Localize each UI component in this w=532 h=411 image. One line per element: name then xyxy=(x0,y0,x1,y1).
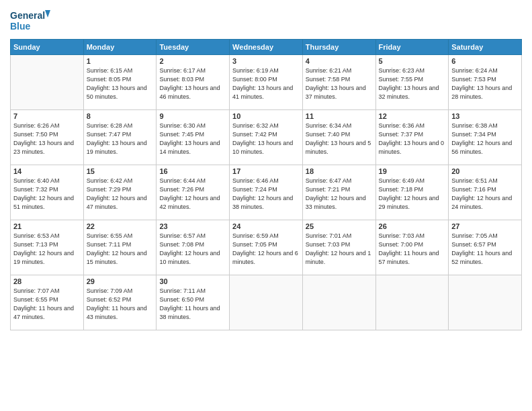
svg-text:General: General xyxy=(10,10,45,21)
day-detail: Sunrise: 6:15 AMSunset: 8:05 PMDaylight:… xyxy=(87,66,154,101)
calendar-cell: 21Sunrise: 6:53 AMSunset: 7:13 PMDayligh… xyxy=(11,220,84,275)
day-detail: Sunrise: 6:26 AMSunset: 7:50 PMDaylight:… xyxy=(13,122,81,156)
calendar-cell xyxy=(302,275,375,330)
calendar-cell: 18Sunrise: 6:47 AMSunset: 7:21 PMDayligh… xyxy=(302,165,375,220)
day-detail: Sunrise: 6:51 AMSunset: 7:16 PMDaylight:… xyxy=(451,177,519,212)
weekday-saturday: Saturday xyxy=(449,40,522,55)
day-number: 2 xyxy=(159,57,226,65)
calendar-cell: 15Sunrise: 6:42 AMSunset: 7:29 PMDayligh… xyxy=(83,165,157,220)
day-number: 30 xyxy=(159,277,226,285)
calendar-cell: 12Sunrise: 6:36 AMSunset: 7:37 PMDayligh… xyxy=(375,110,449,165)
day-number: 10 xyxy=(232,112,300,120)
calendar-cell: 1Sunrise: 6:15 AMSunset: 8:05 PMDaylight… xyxy=(83,55,157,110)
calendar-header: SundayMondayTuesdayWednesdayThursdayFrid… xyxy=(11,40,522,55)
calendar-cell: 20Sunrise: 6:51 AMSunset: 7:16 PMDayligh… xyxy=(449,165,522,220)
calendar-cell: 16Sunrise: 6:44 AMSunset: 7:26 PMDayligh… xyxy=(157,165,230,220)
calendar-week-1: 1Sunrise: 6:15 AMSunset: 8:05 PMDaylight… xyxy=(11,55,522,110)
day-number: 4 xyxy=(306,57,373,65)
day-detail: Sunrise: 6:38 AMSunset: 7:34 PMDaylight:… xyxy=(451,122,519,156)
day-number: 3 xyxy=(232,57,300,65)
calendar-cell: 22Sunrise: 6:55 AMSunset: 7:11 PMDayligh… xyxy=(83,220,157,275)
day-number: 27 xyxy=(451,222,519,230)
day-number: 15 xyxy=(87,167,154,175)
day-detail: Sunrise: 6:30 AMSunset: 7:45 PMDaylight:… xyxy=(159,122,226,156)
calendar-cell: 26Sunrise: 7:03 AMSunset: 7:00 PMDayligh… xyxy=(375,220,449,275)
day-number: 28 xyxy=(13,277,81,285)
day-number: 8 xyxy=(87,112,154,120)
day-detail: Sunrise: 6:28 AMSunset: 7:47 PMDaylight:… xyxy=(87,122,154,156)
calendar-week-4: 21Sunrise: 6:53 AMSunset: 7:13 PMDayligh… xyxy=(11,220,522,275)
weekday-thursday: Thursday xyxy=(302,40,375,55)
day-detail: Sunrise: 6:40 AMSunset: 7:32 PMDaylight:… xyxy=(13,177,81,212)
day-detail: Sunrise: 6:47 AMSunset: 7:21 PMDaylight:… xyxy=(306,177,373,212)
day-number: 1 xyxy=(87,57,154,65)
calendar-cell xyxy=(449,275,522,330)
weekday-friday: Friday xyxy=(375,40,449,55)
day-number: 29 xyxy=(87,277,154,285)
calendar-cell: 8Sunrise: 6:28 AMSunset: 7:47 PMDaylight… xyxy=(83,110,157,165)
calendar-week-5: 28Sunrise: 7:07 AMSunset: 6:55 PMDayligh… xyxy=(11,275,522,330)
calendar-cell: 30Sunrise: 7:11 AMSunset: 6:50 PMDayligh… xyxy=(157,275,230,330)
day-number: 7 xyxy=(13,112,81,120)
day-number: 6 xyxy=(451,57,519,65)
day-detail: Sunrise: 7:09 AMSunset: 6:52 PMDaylight:… xyxy=(87,287,154,322)
calendar-body: 1Sunrise: 6:15 AMSunset: 8:05 PMDaylight… xyxy=(11,55,522,330)
calendar-cell: 2Sunrise: 6:17 AMSunset: 8:03 PMDaylight… xyxy=(157,55,230,110)
day-number: 23 xyxy=(159,222,226,230)
day-detail: Sunrise: 7:03 AMSunset: 7:00 PMDaylight:… xyxy=(379,232,446,267)
day-detail: Sunrise: 6:19 AMSunset: 8:00 PMDaylight:… xyxy=(232,66,300,101)
day-number: 16 xyxy=(159,167,226,175)
day-detail: Sunrise: 6:17 AMSunset: 8:03 PMDaylight:… xyxy=(159,66,226,101)
day-detail: Sunrise: 7:05 AMSunset: 6:57 PMDaylight:… xyxy=(451,232,519,267)
svg-text:Blue: Blue xyxy=(10,21,31,32)
day-detail: Sunrise: 7:11 AMSunset: 6:50 PMDaylight:… xyxy=(159,287,226,322)
calendar-cell: 17Sunrise: 6:46 AMSunset: 7:24 PMDayligh… xyxy=(230,165,303,220)
weekday-header-row: SundayMondayTuesdayWednesdayThursdayFrid… xyxy=(11,40,522,55)
weekday-sunday: Sunday xyxy=(11,40,84,55)
calendar-cell: 3Sunrise: 6:19 AMSunset: 8:00 PMDaylight… xyxy=(230,55,303,110)
calendar-table: SundayMondayTuesdayWednesdayThursdayFrid… xyxy=(10,39,522,330)
header: General Blue xyxy=(10,7,522,35)
day-detail: Sunrise: 6:36 AMSunset: 7:37 PMDaylight:… xyxy=(379,122,446,156)
calendar-cell: 6Sunrise: 6:24 AMSunset: 7:53 PMDaylight… xyxy=(449,55,522,110)
svg-marker-2 xyxy=(45,10,50,17)
day-detail: Sunrise: 6:57 AMSunset: 7:08 PMDaylight:… xyxy=(159,232,226,267)
day-number: 19 xyxy=(379,167,446,175)
day-number: 12 xyxy=(379,112,446,120)
day-number: 20 xyxy=(451,167,519,175)
day-detail: Sunrise: 6:49 AMSunset: 7:18 PMDaylight:… xyxy=(379,177,446,212)
calendar-cell: 4Sunrise: 6:21 AMSunset: 7:58 PMDaylight… xyxy=(302,55,375,110)
calendar-cell: 25Sunrise: 7:01 AMSunset: 7:03 PMDayligh… xyxy=(302,220,375,275)
calendar-cell xyxy=(230,275,303,330)
calendar-cell: 5Sunrise: 6:23 AMSunset: 7:55 PMDaylight… xyxy=(375,55,449,110)
calendar-cell: 27Sunrise: 7:05 AMSunset: 6:57 PMDayligh… xyxy=(449,220,522,275)
day-detail: Sunrise: 6:32 AMSunset: 7:42 PMDaylight:… xyxy=(232,122,300,156)
day-number: 25 xyxy=(306,222,373,230)
day-detail: Sunrise: 6:55 AMSunset: 7:11 PMDaylight:… xyxy=(87,232,154,267)
day-detail: Sunrise: 6:59 AMSunset: 7:05 PMDaylight:… xyxy=(232,232,300,267)
day-number: 26 xyxy=(379,222,446,230)
calendar-cell: 10Sunrise: 6:32 AMSunset: 7:42 PMDayligh… xyxy=(230,110,303,165)
logo-svg: General Blue xyxy=(10,7,50,35)
calendar-cell: 29Sunrise: 7:09 AMSunset: 6:52 PMDayligh… xyxy=(83,275,157,330)
day-number: 13 xyxy=(451,112,519,120)
day-detail: Sunrise: 6:53 AMSunset: 7:13 PMDaylight:… xyxy=(13,232,81,267)
day-number: 11 xyxy=(306,112,373,120)
calendar-cell xyxy=(375,275,449,330)
calendar-cell: 28Sunrise: 7:07 AMSunset: 6:55 PMDayligh… xyxy=(11,275,84,330)
calendar-cell: 9Sunrise: 6:30 AMSunset: 7:45 PMDaylight… xyxy=(157,110,230,165)
calendar-cell: 24Sunrise: 6:59 AMSunset: 7:05 PMDayligh… xyxy=(230,220,303,275)
day-number: 14 xyxy=(13,167,81,175)
calendar-cell: 13Sunrise: 6:38 AMSunset: 7:34 PMDayligh… xyxy=(449,110,522,165)
day-number: 17 xyxy=(232,167,300,175)
page: General Blue SundayMondayTuesdayWednesda… xyxy=(0,0,532,411)
calendar-cell: 23Sunrise: 6:57 AMSunset: 7:08 PMDayligh… xyxy=(157,220,230,275)
day-number: 21 xyxy=(13,222,81,230)
day-detail: Sunrise: 6:34 AMSunset: 7:40 PMDaylight:… xyxy=(306,122,373,156)
day-detail: Sunrise: 7:07 AMSunset: 6:55 PMDaylight:… xyxy=(13,287,81,322)
calendar-cell: 14Sunrise: 6:40 AMSunset: 7:32 PMDayligh… xyxy=(11,165,84,220)
weekday-monday: Monday xyxy=(83,40,157,55)
logo: General Blue xyxy=(10,7,50,35)
calendar-cell xyxy=(11,55,84,110)
calendar-cell: 19Sunrise: 6:49 AMSunset: 7:18 PMDayligh… xyxy=(375,165,449,220)
